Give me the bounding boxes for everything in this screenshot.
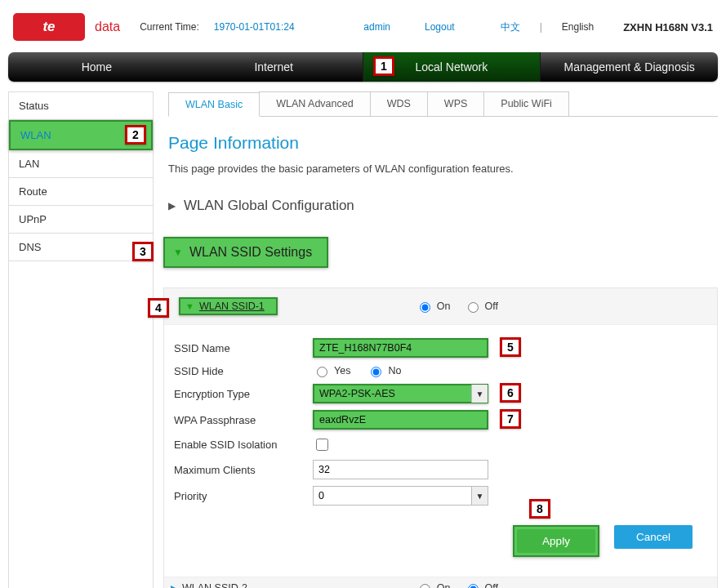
section-ssid-settings-title: WLAN SSID Settings (189, 245, 312, 260)
logo: te (13, 13, 85, 41)
page-title: Page Information (168, 133, 718, 153)
nav-internet[interactable]: Internet (185, 52, 363, 82)
current-time-value: 1970-01-01T01:24 (214, 21, 295, 33)
sidebar-item-status[interactable]: Status (9, 92, 153, 120)
chevron-right-icon: ▶ (168, 200, 176, 212)
step-marker-7: 7 (500, 409, 521, 429)
nav-management[interactable]: Management & Diagnosis (541, 52, 718, 82)
nav-local-network-label: Local Network (416, 60, 488, 74)
ssid1-toggle[interactable]: 4 ▼ WLAN SSID-1 (179, 297, 278, 315)
logout-link[interactable]: Logout (425, 21, 455, 33)
ssid-name-label: SSID Name (174, 342, 313, 354)
sidebar-item-upnp[interactable]: UPnP (9, 206, 153, 234)
step-marker-2: 2 (125, 125, 146, 145)
ssid-hide-yes[interactable]: Yes (313, 364, 350, 377)
lang-en-label: English (562, 21, 594, 33)
priority-label: Priority (174, 490, 313, 502)
apply-button[interactable]: Apply (517, 529, 595, 553)
logo-suffix: data (95, 20, 120, 34)
page-description: This page provides the basic parameters … (168, 163, 718, 175)
header-bar: te data Current Time: 1970-01-01T01:24 a… (8, 7, 718, 52)
ssid1-off-radio[interactable]: Off (464, 300, 498, 313)
tab-wlan-advanced[interactable]: WLAN Advanced (259, 91, 371, 116)
ssid-hide-no[interactable]: No (367, 364, 401, 377)
sidebar: Status WLAN 2 LAN Route UPnP DNS (8, 91, 154, 588)
section-ssid-settings: 3 ▼ WLAN SSID Settings 4 ▼ WLAN SSID-1 O… (163, 237, 718, 588)
ssid1-on-radio[interactable]: On (416, 300, 451, 313)
lang-separator: | (535, 21, 547, 33)
logo-text: te (42, 19, 55, 35)
ssid1-form: SSID Name 5 SSID Hide Yes No (164, 324, 717, 577)
ssid-settings-box: 4 ▼ WLAN SSID-1 On Off SSID Name (163, 287, 718, 588)
ssid2-toggle[interactable]: ▶ WLAN SSID-2 (171, 582, 247, 588)
ssid-isolation-checkbox[interactable] (316, 439, 328, 451)
ssid1-title: WLAN SSID-1 (199, 301, 265, 312)
step-marker-5: 5 (500, 337, 521, 357)
ssid1-onoff: On Off (416, 300, 710, 313)
tab-wlan-basic[interactable]: WLAN Basic (168, 92, 260, 117)
ssid-name-input[interactable] (313, 338, 488, 358)
chevron-down-icon: ▼ (173, 247, 183, 258)
section-ssid-settings-header[interactable]: 3 ▼ WLAN SSID Settings (163, 237, 328, 268)
main-nav: Home Internet 1 Local Network Management… (8, 52, 718, 82)
tab-wps[interactable]: WPS (427, 91, 484, 116)
model-label: ZXHN H168N V3.1 (623, 21, 713, 33)
nav-management-label: Management & Diagnosis (563, 60, 694, 74)
step-marker-6: 6 (500, 383, 521, 403)
user-link[interactable]: admin (363, 21, 390, 33)
ssid2-title: WLAN SSID-2 (182, 582, 247, 588)
ssid-hide-label: SSID Hide (174, 365, 313, 377)
step-marker-1: 1 (373, 56, 394, 76)
sidebar-item-wlan-label: WLAN (20, 129, 51, 141)
wpa-passphrase-label: WPA Passphrase (174, 414, 313, 426)
lang-cn-link[interactable]: 中文 (501, 20, 520, 34)
max-clients-label: Maximum Clients (174, 464, 313, 476)
ssid1-header-row: 4 ▼ WLAN SSID-1 On Off (164, 288, 717, 324)
step-marker-8: 8 (529, 499, 550, 519)
tab-public-wifi[interactable]: Public WiFi (483, 91, 569, 116)
wpa-passphrase-input[interactable] (313, 410, 488, 430)
encryption-type-select[interactable] (313, 384, 488, 403)
sidebar-item-lan[interactable]: LAN (9, 150, 153, 178)
section-global-config[interactable]: ▶ WLAN Global Configuration (168, 198, 718, 214)
encryption-type-label: Encryption Type (174, 388, 313, 400)
tabs: WLAN Basic WLAN Advanced WDS WPS Public … (168, 91, 718, 117)
sidebar-item-wlan[interactable]: WLAN 2 (9, 120, 153, 150)
nav-home[interactable]: Home (8, 52, 185, 82)
cancel-button[interactable]: Cancel (614, 525, 693, 549)
sidebar-item-dns[interactable]: DNS (9, 234, 153, 261)
nav-internet-label: Internet (254, 60, 292, 74)
max-clients-input[interactable] (313, 460, 488, 479)
nav-local-network[interactable]: 1 Local Network (363, 52, 541, 82)
ssid-isolation-label: Enable SSID Isolation (174, 439, 313, 451)
nav-home-label: Home (82, 60, 112, 74)
step-marker-3: 3 (132, 242, 154, 261)
chevron-right-icon: ▶ (171, 583, 177, 589)
ssid2-on-radio[interactable]: On (416, 581, 451, 588)
priority-select[interactable] (313, 486, 488, 506)
tab-wds[interactable]: WDS (370, 91, 428, 116)
chevron-down-icon: ▼ (185, 301, 194, 311)
content: WLAN Basic WLAN Advanced WDS WPS Public … (168, 91, 718, 588)
section-global-config-title: WLAN Global Configuration (184, 198, 354, 214)
current-time-label: Current Time: (140, 21, 199, 33)
ssid2-row: ▶ WLAN SSID-2 On Off (164, 577, 717, 588)
ssid2-off-radio[interactable]: Off (464, 581, 498, 588)
step-marker-4: 4 (148, 298, 169, 318)
button-row: 8 Apply Cancel (174, 525, 693, 557)
sidebar-item-route[interactable]: Route (9, 178, 153, 206)
